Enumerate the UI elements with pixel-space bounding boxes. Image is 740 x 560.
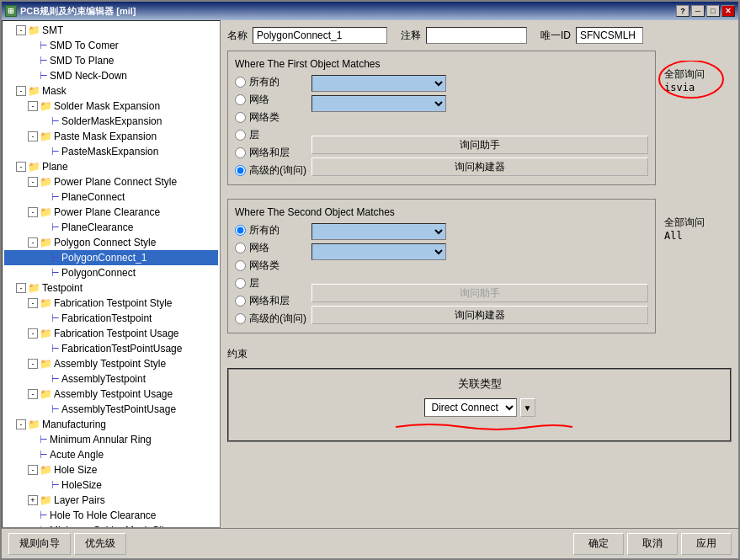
maximize-button[interactable]: □: [706, 5, 720, 17]
radio-second-netclass-row: 网络类: [235, 259, 306, 273]
radio-second-advanced[interactable]: [235, 313, 246, 324]
radio-second-all-label: 所有的: [249, 223, 279, 237]
tree-item-paste-mask[interactable]: - 📁 Paste Mask Expansion: [4, 129, 218, 144]
expand-plane[interactable]: -: [16, 162, 26, 172]
expand-fab-style[interactable]: -: [28, 298, 38, 308]
expand-mask[interactable]: -: [16, 86, 26, 96]
uid-label: 唯一ID: [540, 29, 571, 43]
tree-item-fab-style[interactable]: - 📁 Fabrication Testpoint Style: [4, 296, 218, 311]
radio-second-network[interactable]: [235, 243, 246, 253]
apply-button[interactable]: 应用: [681, 533, 732, 555]
radio-second-all[interactable]: [235, 225, 246, 236]
tree-label-min-annular: Minimum Annular Ring: [50, 434, 152, 445]
expand-asm-style[interactable]: -: [28, 359, 38, 369]
radio-second-netlayer[interactable]: [235, 296, 246, 307]
second-query-helper-btn[interactable]: 询问助手: [311, 284, 648, 302]
tree-item-fab-usage[interactable]: - 📁 Fabrication Testpoint Usage: [4, 326, 218, 341]
expand-power-connect[interactable]: -: [28, 177, 38, 187]
rule-icon-min-annular: ⊢: [40, 435, 48, 445]
connect-type-select[interactable]: Direct Connect Relief Connect No Connect: [424, 398, 517, 417]
tree-item-manufacturing[interactable]: - 📁 Manufacturing: [4, 417, 218, 432]
folder-icon-fab-usage: 📁: [40, 328, 52, 339]
tree-item-layer-pairs[interactable]: + 📁 Layer Pairs: [4, 493, 218, 508]
radio-first-advanced[interactable]: [235, 165, 246, 176]
tree-item-plane-clearance[interactable]: ⊢ PlaneClearance: [4, 220, 218, 235]
expand-layer-pairs[interactable]: +: [28, 495, 38, 505]
cancel-button[interactable]: 取消: [627, 533, 678, 555]
radio-second-advanced-label: 高级的(询问): [249, 312, 306, 326]
radio-second-all-row: 所有的: [235, 223, 306, 237]
expand-hole-size[interactable]: -: [28, 465, 38, 475]
tree-item-hole-size[interactable]: - 📁 Hole Size: [4, 462, 218, 477]
tree-item-polygon-connect[interactable]: ⊢ PolygonConnect: [4, 265, 218, 280]
tree-item-asm-usage[interactable]: - 📁 Assembly Testpoint Usage: [4, 387, 218, 402]
tree-item-fab-usage-item[interactable]: ⊢ FabricationTestPointUsage: [4, 341, 218, 356]
second-netclass-select[interactable]: [311, 243, 446, 260]
rule-icon-smd-comer: ⊢: [40, 40, 48, 51]
tree-panel[interactable]: - 📁 SMT ⊢ SMD To Comer ⊢ SMD To Plane: [2, 20, 221, 528]
second-network-select[interactable]: [311, 223, 446, 240]
uid-input[interactable]: [576, 27, 643, 44]
tree-item-fab-testpoint[interactable]: ⊢ FabricationTestpoint: [4, 311, 218, 326]
second-query-builder-btn[interactable]: 询问构建器: [311, 306, 648, 324]
radio-first-all-row: 所有的: [235, 75, 306, 89]
first-query-helper-btn[interactable]: 询问助手: [311, 136, 648, 154]
expand-power-clearance[interactable]: -: [28, 207, 38, 217]
tree-item-acute-angle[interactable]: ⊢ Acute Angle: [4, 447, 218, 462]
tree-item-polygon-connect-1[interactable]: ⊢ PolygonConnect_1: [4, 250, 218, 265]
help-button[interactable]: ?: [676, 5, 689, 17]
expand-asm-usage[interactable]: -: [28, 389, 38, 399]
tree-item-asm-style[interactable]: - 📁 Assembly Testpoint Style: [4, 356, 218, 371]
connect-dropdown-arrow[interactable]: ▼: [520, 398, 535, 417]
tree-item-min-annular[interactable]: ⊢ Minimum Annular Ring: [4, 432, 218, 447]
expand-paste-mask[interactable]: -: [28, 131, 38, 141]
tree-item-plane-connect[interactable]: ⊢ PlaneConnect: [4, 189, 218, 205]
tree-item-mask[interactable]: - 📁 Mask: [4, 83, 218, 99]
tree-item-smt[interactable]: - 📁 SMT: [4, 23, 218, 38]
expand-solder-mask[interactable]: -: [28, 101, 38, 111]
tree-item-paste-mask-exp[interactable]: ⊢ PasteMaskExpansion: [4, 144, 218, 159]
tree-item-smd-plane[interactable]: ⊢ SMD To Plane: [4, 53, 218, 68]
radio-first-all[interactable]: [235, 77, 246, 88]
ok-button[interactable]: 确定: [573, 533, 624, 555]
first-netclass-select[interactable]: [311, 95, 446, 112]
radio-first-netlayer[interactable]: [235, 147, 246, 158]
tree-item-plane[interactable]: - 📁 Plane: [4, 159, 218, 174]
tree-label-fab-usage-item: FabricationTestPointUsage: [61, 343, 182, 355]
tree-item-power-connect[interactable]: - 📁 Power Plane Connect Style: [4, 174, 218, 189]
expand-polygon-connect-style[interactable]: -: [28, 237, 38, 248]
radio-first-network[interactable]: [235, 94, 246, 105]
comment-input[interactable]: [426, 27, 527, 44]
tree-item-solder-mask[interactable]: - 📁 Solder Mask Expansion: [4, 99, 218, 114]
close-button[interactable]: ✕: [721, 5, 735, 17]
rule-wizard-button[interactable]: 规则向导: [8, 533, 71, 555]
radio-first-layer[interactable]: [235, 130, 246, 141]
constraint-box: 关联类型 Direct Connect Relief Connect No Co…: [227, 368, 732, 442]
tree-item-asm-usage-item[interactable]: ⊢ AssemblyTestPointUsage: [4, 402, 218, 417]
tree-item-asm-testpoint[interactable]: ⊢ AssemblyTestpoint: [4, 371, 218, 387]
tree-item-smd-comer[interactable]: ⊢ SMD To Comer: [4, 38, 218, 53]
main-window: ⊞ PCB规则及约束编辑器 [mil] ? ─ □ ✕ - 📁 SMT: [0, 0, 740, 560]
priority-button[interactable]: 优先级: [74, 533, 126, 555]
radio-first-netclass[interactable]: [235, 112, 246, 123]
detail-panel: 名称 注释 唯一ID Where The First Object Matche…: [221, 20, 738, 528]
comment-label: 注释: [401, 29, 421, 43]
tree-item-polygon-connect-style[interactable]: - 📁 Polygon Connect Style: [4, 235, 218, 250]
tree-item-solder-mask-exp[interactable]: ⊢ SolderMaskExpansion: [4, 114, 218, 129]
tree-item-hole-clearance[interactable]: ⊢ Hole To Hole Clearance: [4, 508, 218, 523]
tree-item-hole-size-item[interactable]: ⊢ HoleSize: [4, 477, 218, 493]
tree-item-smd-neck[interactable]: ⊢ SMD Neck-Down: [4, 68, 218, 83]
expand-testpoint[interactable]: -: [16, 283, 26, 293]
tree-item-testpoint[interactable]: - 📁 Testpoint: [4, 280, 218, 296]
expand-smt[interactable]: -: [16, 25, 26, 35]
expand-fab-usage[interactable]: -: [28, 328, 38, 339]
name-input[interactable]: [253, 27, 387, 44]
expand-manufacturing[interactable]: -: [16, 419, 26, 429]
first-network-select[interactable]: [311, 75, 446, 92]
minimize-button[interactable]: ─: [691, 5, 705, 17]
tree-item-power-clearance[interactable]: - 📁 Power Plane Clearance: [4, 205, 218, 220]
radio-second-netclass[interactable]: [235, 260, 246, 271]
radio-second-layer[interactable]: [235, 278, 246, 289]
second-match-content: 所有的 网络 网络类: [235, 223, 648, 326]
first-query-builder-btn[interactable]: 询问构建器: [311, 157, 648, 176]
